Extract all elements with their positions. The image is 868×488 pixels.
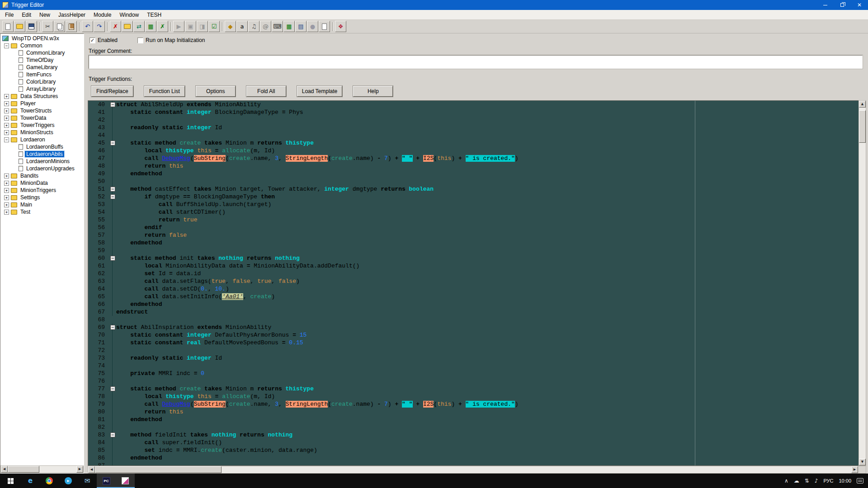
expand-icon[interactable]: + [4,202,9,207]
expand-icon[interactable]: + [4,101,9,106]
tree-item-itemfuncs[interactable]: ItemFuncs [0,71,84,78]
run-on-init-checkbox[interactable]: Run on Map Initialization [137,37,205,43]
find-replace-button[interactable]: Find/Replace [91,86,133,97]
enabled-checkbox[interactable]: ✓ Enabled [90,37,118,43]
scroll-left-arrow[interactable]: ◀ [88,466,95,473]
taskbar-app-trigger-editor[interactable] [116,474,135,488]
expand-icon[interactable]: + [4,181,9,186]
tree-item-towertriggers[interactable]: +TowerTriggers [0,122,84,129]
scroll-track[interactable] [95,466,851,473]
new-category-button[interactable] [122,21,133,32]
page-arrow-button[interactable] [319,21,330,32]
scroll-right-arrow[interactable]: ▶ [76,466,83,473]
paste-button[interactable] [66,21,77,32]
expand-icon[interactable]: + [4,188,9,193]
tree-item-miniondata[interactable]: +MinionData [0,179,84,187]
delete-trigger-button[interactable]: ✗ [110,21,121,32]
keyboard-button[interactable]: ⌨ [272,21,283,32]
language-indicator[interactable]: РУС [823,478,833,483]
scroll-track[interactable] [8,466,76,473]
menu-item-edit[interactable]: Edit [18,10,35,19]
fold-marker-icon[interactable]: − [109,193,116,201]
tree-item-lordaeronminions[interactable]: LordaeronMinions [0,158,84,165]
menu-item-window[interactable]: Window [115,10,143,19]
test-map-button[interactable]: ◨ [197,21,208,32]
scroll-right-arrow[interactable]: ▶ [851,466,858,473]
tree-item-lordaeronupgrades[interactable]: LordaeronUpgrades [0,165,84,172]
taskbar-app-chrome[interactable] [40,474,59,488]
tree-item-commonlibrary[interactable]: CommonLibrary [0,49,84,56]
editor-horizontal-scrollbar[interactable]: ◀ ▶ [88,466,866,474]
tree-item-lordaeronbuffs[interactable]: LordaeronBuffs [0,143,84,150]
menu-item-tesh[interactable]: TESH [143,10,165,19]
collapse-icon[interactable]: − [4,43,9,48]
taskbar-app-mail[interactable]: ✉ [78,474,97,488]
tree-item-settings[interactable]: +Settings [0,194,84,201]
fold-marker-icon[interactable]: − [109,139,116,147]
menu-item-new[interactable]: New [35,10,54,19]
expand-icon[interactable]: + [4,108,9,113]
code-editor[interactable]: 40−struct AbilShieldUp extends MinionAbi… [88,100,859,466]
clock[interactable]: 10:00 [839,478,851,483]
tree-item-miniontriggers[interactable]: +MinionTriggers [0,187,84,194]
fold-collapse-icon[interactable]: − [110,432,115,437]
hidden-icons-chevron[interactable]: ∧ [784,478,788,484]
copy-button[interactable] [54,21,65,32]
minimize-button[interactable] [816,0,834,10]
volume-icon[interactable]: ♪ [815,478,818,484]
editor-vertical-scrollbar[interactable]: ▲ ▼ [859,100,866,466]
tree-item-arraylibrary[interactable]: ArrayLibrary [0,85,84,93]
open-button[interactable] [14,21,25,32]
fold-collapse-icon[interactable]: − [110,187,115,192]
scroll-down-arrow[interactable]: ▼ [859,459,866,465]
tree-item-common[interactable]: −Common [0,42,84,49]
network-icon[interactable]: ⇅ [805,478,809,484]
scroll-thumb[interactable] [8,466,39,473]
fold-marker-icon[interactable]: − [109,431,116,439]
fold-marker-icon[interactable]: − [109,324,116,331]
options-button[interactable]: Options [196,86,236,97]
save-button[interactable] [26,21,37,32]
scroll-thumb[interactable] [859,110,866,143]
trigger-comment-input[interactable] [89,55,863,69]
start-button[interactable] [0,474,21,488]
undo-button[interactable]: ↶ [82,21,93,32]
expand-icon[interactable]: + [4,195,9,200]
tree-item-timeofday[interactable]: TimeOfDay [0,56,84,64]
tree-item-colorlibrary[interactable]: ColorLibrary [0,78,84,85]
scroll-thumb[interactable] [95,466,222,473]
fold-all-button[interactable]: Fold All [246,86,286,97]
tree-horizontal-scrollbar[interactable]: ◀ ▶ [0,465,84,473]
menu-item-module[interactable]: Module [90,10,115,19]
scroll-track[interactable] [859,108,866,459]
taskbar-app-telegram[interactable]: ▸ [59,474,78,488]
collapse-icon[interactable]: − [4,137,9,142]
load-template-button[interactable]: Load Template [297,86,343,97]
fold-marker-icon[interactable]: − [109,185,116,193]
tesh-settings-button[interactable]: a [236,21,248,32]
convert-button[interactable]: ⇄ [133,21,145,32]
tree-item-wisptd-open-w3x[interactable]: WispTD OPEN.w3x [0,35,84,42]
menu-item-jasshelper[interactable]: JassHelper [54,10,90,19]
checklist-button[interactable]: ☑ [208,21,220,32]
grid-button[interactable]: ▦ [283,21,295,32]
fold-collapse-icon[interactable]: − [110,141,115,145]
taskbar-app-edge[interactable]: e [21,474,40,488]
function-list-button[interactable]: Function List [144,86,185,97]
expand-icon[interactable]: + [4,123,9,128]
cut-button[interactable]: ✂ [42,21,53,32]
check-map-script-button[interactable]: ▦ [145,21,156,32]
bug-button[interactable]: ◆ [225,21,236,32]
tree-item-lordaeronabils[interactable]: LordaeronAbils [0,150,84,158]
tree-item-test[interactable]: +Test [0,208,84,216]
fold-collapse-icon[interactable]: − [110,256,115,261]
fold-collapse-icon[interactable]: − [110,386,115,391]
fold-collapse-icon[interactable]: − [110,102,115,107]
expand-icon[interactable]: + [4,94,9,99]
help-button[interactable]: Help [353,86,393,97]
export-script-button[interactable]: ▤ [295,21,307,32]
scroll-up-arrow[interactable]: ▲ [859,101,866,108]
tree-item-lordaeron[interactable]: −Lordaeron [0,136,84,143]
fold-collapse-icon[interactable]: − [110,325,115,330]
tree-item-towerstructs[interactable]: +TowerStructs [0,107,84,114]
